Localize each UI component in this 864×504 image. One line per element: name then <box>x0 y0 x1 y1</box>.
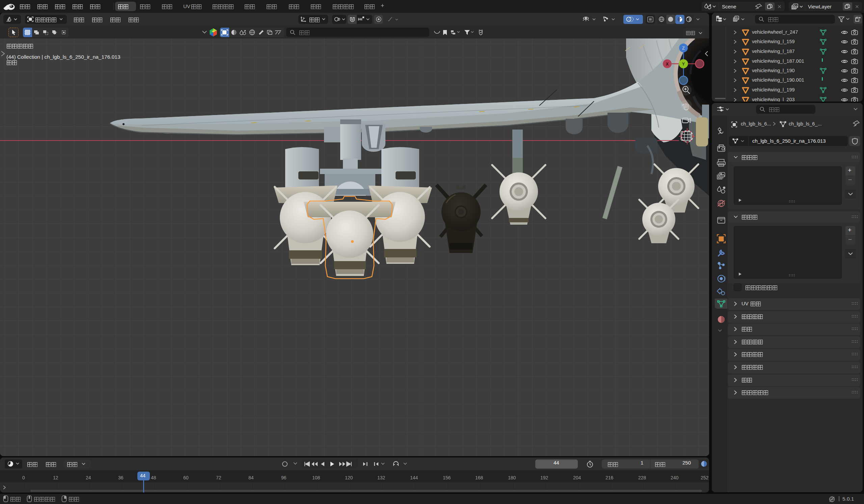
svg-text:(44) Collection | ch_lgb_ls_6_: (44) Collection | ch_lgb_ls_6_250_ir_na_… <box>7 54 120 60</box>
svg-text:Z: Z <box>682 46 685 51</box>
svg-text:X: X <box>666 62 669 66</box>
svg-text:Y: Y <box>682 62 685 66</box>
